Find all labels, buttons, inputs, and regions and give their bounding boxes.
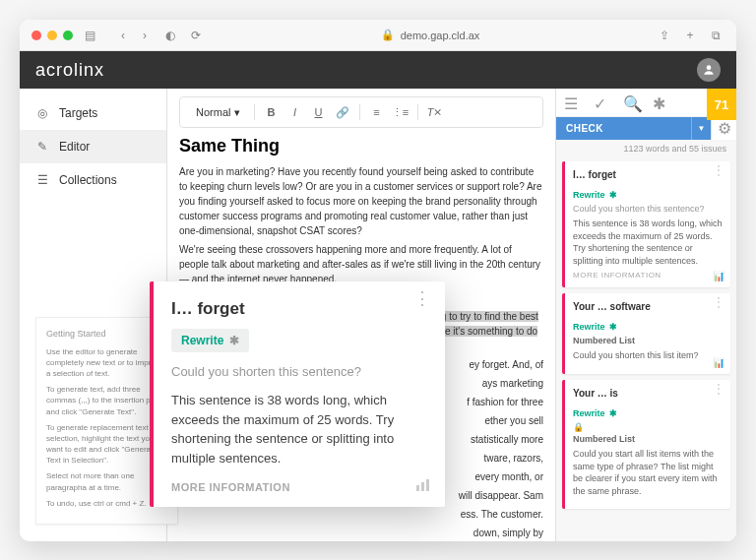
url-text: demo.gap.cld.ax <box>401 30 480 41</box>
svg-rect-3 <box>426 479 429 491</box>
underline-button[interactable]: U <box>308 101 330 123</box>
svg-point-0 <box>707 65 712 70</box>
rewrite-badge[interactable]: Rewrite ✱ <box>573 408 617 418</box>
chart-icon[interactable]: 📊 <box>713 271 724 281</box>
more-info-link[interactable]: MORE INFORMATION <box>171 481 427 493</box>
unordered-list-button[interactable]: ⋮≡ <box>390 101 411 123</box>
collection-icon: ☰ <box>35 173 49 187</box>
brain-icon: ✱ <box>229 334 239 347</box>
sidebar-item-label: Editor <box>59 140 90 154</box>
sidebar-toggle-icon[interactable]: ▤ <box>81 27 98 44</box>
issue-title: Your … is <box>573 388 723 399</box>
editor-toolbar: Normal ▾ B I U 🔗 ≡ ⋮≡ T⨯ <box>179 96 543 128</box>
ordered-list-button[interactable]: ≡ <box>366 101 388 123</box>
new-tab-icon[interactable]: + <box>681 27 699 44</box>
issue-card[interactable]: ⋮ Your … is Rewrite ✱ 🔒 Numbered List Co… <box>562 380 730 509</box>
app-header: acrolinx <box>20 51 736 89</box>
brain-icon: ✱ <box>609 322 617 332</box>
app-logo: acrolinx <box>35 60 104 81</box>
svg-rect-2 <box>421 482 424 491</box>
edit-icon: ✎ <box>35 140 49 154</box>
search-icon[interactable]: 🔍 <box>623 94 639 110</box>
forward-icon[interactable]: › <box>136 27 154 44</box>
check-icon[interactable]: ✓ <box>594 94 609 110</box>
sidebar-item-label: Collections <box>59 173 117 187</box>
filter-button[interactable]: ⚙ <box>711 117 736 140</box>
issue-title: I… forget <box>573 169 723 180</box>
italic-button[interactable]: I <box>284 101 306 123</box>
link-button[interactable]: 🔗 <box>332 101 353 123</box>
issue-card[interactable]: ⋮ Your … software Rewrite ✱ Numbered Lis… <box>562 293 730 374</box>
issue-body: This sentence is 38 words long, which ex… <box>573 218 723 267</box>
issue-sub: Numbered List <box>573 336 723 345</box>
issue-card[interactable]: ⋮ I… forget Rewrite ✱ Could you shorten … <box>562 161 730 287</box>
lock-icon: 🔒 <box>381 29 395 41</box>
bold-button[interactable]: B <box>261 101 283 123</box>
issues-panel: ☰ ✓ 🔍 ✱ 71 CHECK ▼ ⚙ 1123 words and 55 i… <box>555 89 736 541</box>
issue-body: Could you start all list items with the … <box>573 448 723 497</box>
share-icon[interactable]: ⇪ <box>656 27 673 44</box>
brain-icon[interactable]: ✱ <box>653 94 668 110</box>
browser-chrome: ▤ ‹ › ◐ ⟳ 🔒 demo.gap.cld.ax ⇪ + ⧉ <box>20 20 736 51</box>
issue-popup[interactable]: ⋮ I… forget Rewrite ✱ Could you shorten … <box>150 281 445 507</box>
issue-list[interactable]: ⋮ I… forget Rewrite ✱ Could you shorten … <box>556 157 736 541</box>
style-select[interactable]: Normal ▾ <box>188 104 248 121</box>
popup-title: I… forget <box>171 299 427 319</box>
rewrite-badge[interactable]: Rewrite ✱ <box>171 329 249 352</box>
minimize-window-icon[interactable] <box>47 31 57 40</box>
brain-icon: ✱ <box>609 190 617 200</box>
chart-icon[interactable] <box>415 477 431 495</box>
popup-sub: Could you shorten this sentence? <box>171 364 427 379</box>
maximize-window-icon[interactable] <box>63 31 73 40</box>
more-icon[interactable]: ⋮ <box>713 167 724 173</box>
back-icon[interactable]: ‹ <box>114 27 132 44</box>
rewrite-badge[interactable]: Rewrite ✱ <box>573 190 617 200</box>
score-badge[interactable]: 71 <box>707 89 736 120</box>
brain-icon: ✱ <box>609 408 617 418</box>
lock-icon: 🔒 <box>573 422 723 432</box>
chart-icon[interactable]: 📊 <box>713 357 724 368</box>
issue-title: Your … software <box>573 301 723 312</box>
avatar[interactable] <box>697 58 721 82</box>
issue-sub: Numbered List <box>573 434 723 444</box>
user-icon <box>702 63 716 77</box>
issue-sub: Could you shorten this sentence? <box>573 204 723 214</box>
shield-icon[interactable]: ◐ <box>161 27 179 44</box>
more-icon[interactable]: ⋮ <box>713 386 724 392</box>
menu-icon[interactable]: ☰ <box>564 94 580 110</box>
tabs-icon[interactable]: ⧉ <box>707 27 724 44</box>
clear-format-button[interactable]: T⨯ <box>424 101 446 123</box>
issue-body: Could you shorten this list item? <box>573 349 723 362</box>
target-icon: ◎ <box>35 106 49 120</box>
sidebar-item-label: Targets <box>59 106 97 120</box>
check-button[interactable]: CHECK <box>556 117 691 140</box>
stats-bar: 1123 words and 55 issues <box>556 140 736 157</box>
rewrite-badge[interactable]: Rewrite ✱ <box>573 322 617 332</box>
document-title[interactable]: Same Thing <box>179 136 543 156</box>
sidebar-item-targets[interactable]: ◎ Targets <box>20 96 166 130</box>
close-window-icon[interactable] <box>32 31 41 40</box>
popup-body: This sentence is 38 words long, which ex… <box>171 391 427 467</box>
sidebar-item-collections[interactable]: ☰ Collections <box>20 163 166 197</box>
more-icon[interactable]: ⋮ <box>413 295 431 302</box>
reload-icon[interactable]: ⟳ <box>187 27 205 44</box>
check-dropdown[interactable]: ▼ <box>691 117 711 140</box>
url-bar[interactable]: 🔒 demo.gap.cld.ax <box>213 29 648 41</box>
more-icon[interactable]: ⋮ <box>713 299 724 305</box>
svg-rect-1 <box>416 485 419 491</box>
more-info-link[interactable]: MORE INFORMATION <box>573 271 723 280</box>
sidebar-item-editor[interactable]: ✎ Editor <box>20 130 166 163</box>
